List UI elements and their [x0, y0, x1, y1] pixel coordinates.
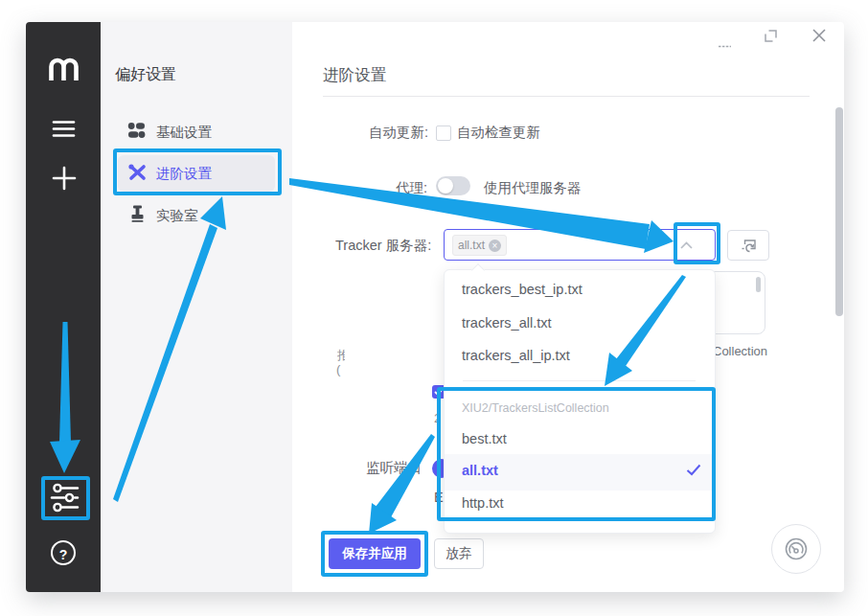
sync-icon: [741, 239, 757, 253]
minimize-button[interactable]: [719, 34, 731, 52]
proxy-toggle[interactable]: [436, 176, 470, 195]
help-icon[interactable]: ?: [51, 540, 76, 565]
speed-gauge-button[interactable]: [771, 524, 821, 574]
auto-check-update-label[interactable]: 自动检查更新: [457, 124, 540, 142]
task-list-icon[interactable]: [52, 120, 76, 142]
sidebar-title: 偏好设置: [115, 65, 176, 85]
motrix-logo-icon: [48, 55, 79, 87]
sync-tracker-button[interactable]: [727, 230, 769, 261]
auto-check-update-checkbox[interactable]: [436, 125, 451, 141]
annotation-box-chevron: [674, 222, 720, 264]
title-divider: [323, 96, 810, 97]
proxy-toggle-label: 使用代理服务器: [484, 179, 582, 197]
textarea-scrollbar[interactable]: [756, 277, 761, 292]
annotation-box-save-button: [321, 531, 428, 577]
annotation-box-dropdown-section: [437, 387, 716, 521]
help-text-fragment-right: Collection: [713, 344, 767, 358]
main-scrollbar[interactable]: [835, 107, 843, 316]
discard-button[interactable]: 放弃: [434, 538, 484, 569]
tracker-server-label: Tracker 服务器:: [335, 237, 431, 255]
restore-button[interactable]: [764, 29, 778, 47]
proxy-toggle-knob: [438, 178, 453, 194]
tag-close-icon[interactable]: ×: [489, 240, 501, 252]
preferences-sidebar: [101, 22, 292, 592]
basic-settings-icon: [127, 122, 146, 143]
dropdown-divider: [463, 380, 696, 381]
page-title: 进阶设置: [323, 65, 386, 86]
tracker-tag-label: all.txt: [458, 239, 485, 252]
close-icon[interactable]: [811, 28, 827, 47]
tracker-tag: all.txt ×: [452, 235, 507, 256]
proxy-label: 代理:: [396, 179, 427, 197]
annotation-box-advanced-settings: [113, 148, 282, 195]
auto-update-label: 自动更新:: [369, 124, 428, 142]
add-task-icon[interactable]: [52, 166, 77, 194]
dropdown-item[interactable]: trackers_best_ip.txt: [462, 282, 582, 297]
lab-icon: [129, 205, 146, 226]
sidebar-item-lab[interactable]: 实验室: [156, 207, 198, 225]
sidebar-item-basic-settings[interactable]: 基础设置: [156, 124, 212, 142]
listen-port-label: 监听端口: [366, 459, 422, 477]
dropdown-item[interactable]: trackers_all.txt: [462, 315, 551, 331]
gauge-icon: [782, 535, 811, 563]
help-text-fragment-2: (: [336, 362, 343, 376]
annotation-box-preferences-icon: [41, 476, 90, 520]
dropdown-item[interactable]: trackers_all_ip.txt: [462, 348, 570, 363]
